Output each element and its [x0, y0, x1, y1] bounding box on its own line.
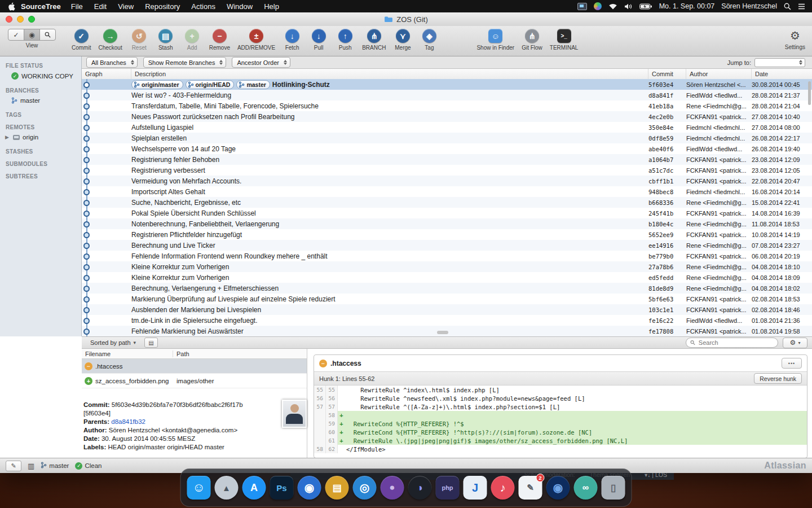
dock-icon-trash[interactable]: ▯ — [602, 476, 625, 500]
menu-user[interactable]: Sören Hentzschel — [721, 2, 777, 10]
apple-icon[interactable] — [8, 2, 15, 11]
toolbar-add-remove-button[interactable]: ± ADD/REMOVE — [237, 29, 275, 51]
disclosure-triangle[interactable]: ▶ — [5, 134, 10, 140]
commit-row[interactable]: Suche, Nachbericht, Ergebnisse, etc b668… — [82, 197, 812, 208]
commit-row[interactable]: origin/masterorigin/HEADmasterHotlinking… — [82, 79, 812, 90]
sidebar-item-origin[interactable]: ▶origin — [0, 132, 81, 142]
toolbar-fetch-button[interactable]: ↓ Fetch — [283, 29, 302, 51]
toolbar-merge-button[interactable]: ⋎ Merge — [393, 29, 412, 51]
toolbar-tag-button[interactable]: ◈ Tag — [420, 29, 439, 51]
commit-row[interactable]: Pokal Spiele Übersicht Runden Schlüssel … — [82, 208, 812, 218]
column-header-author[interactable]: Author — [686, 69, 752, 79]
search-input[interactable] — [698, 339, 774, 347]
commit-row[interactable]: Registrierung verbessert a51c7dc FCKFAN9… — [82, 165, 812, 176]
dock-icon-purple-app[interactable]: ● — [381, 476, 404, 500]
diff-menu-button[interactable]: ••• — [782, 358, 802, 369]
menu-app-name[interactable]: SourceTree — [21, 2, 61, 11]
column-header-commit[interactable]: Commit — [648, 69, 686, 79]
menu-clock[interactable]: Mo. 1. Sep. 00:07 — [659, 2, 715, 10]
zoom-button[interactable] — [28, 16, 35, 23]
volume-icon[interactable] — [624, 3, 633, 10]
commit-row[interactable]: Vermeidung von Mehrfach Accounts. cbff1b… — [82, 176, 812, 186]
menu-window[interactable]: Window — [221, 2, 258, 11]
commit-row[interactable]: Registrieren Pflichtfelder hinzugefügt 5… — [82, 229, 812, 240]
commit-row[interactable]: Notenberechnung, Fanbeliebtheit, Verlaen… — [82, 218, 812, 229]
menu-file[interactable]: File — [65, 2, 89, 11]
commit-row[interactable]: Aufstellung Ligaspiel 350e84e Fiedmchl <… — [82, 122, 812, 133]
list-view-button[interactable]: ▤ — [144, 338, 158, 348]
commit-row[interactable]: Ausblenden der Markierung bei Livespiele… — [82, 304, 812, 315]
horizontal-scrollbar[interactable] — [437, 331, 448, 334]
toolbar-add-button[interactable]: + Add — [183, 29, 202, 51]
ancestor-order-dropdown[interactable]: Ancestor Order — [232, 57, 290, 68]
file-row-sz-access-forbidden-png[interactable]: +sz_access_forbidden.png images/other — [82, 374, 307, 388]
commit-row[interactable]: Transferdatum, Tabelle, Mini Tabelle, Fo… — [82, 100, 812, 111]
photos-menu-icon[interactable] — [594, 2, 602, 10]
commit-row[interactable]: Spielplan erstellen 0df8e59 Fiedmchl <fi… — [82, 133, 812, 143]
dock-icon-browser[interactable]: ◉ — [298, 476, 321, 500]
toolbar-git-flow-button[interactable]: ⋔ Git Flow — [522, 29, 542, 51]
dock-icon-eclipse[interactable]: ◑ — [408, 476, 432, 500]
edit-mode-button[interactable]: ✎ — [6, 461, 21, 471]
dock-icon-launchpad[interactable]: ▲ — [215, 476, 239, 500]
column-header-graph[interactable]: Graph — [82, 69, 131, 79]
ref-badge-origin-head[interactable]: origin/HEAD — [186, 80, 235, 89]
dock-icon-updates[interactable]: ✎2 — [519, 476, 542, 500]
branches-filter-dropdown[interactable]: All Branches — [86, 57, 138, 68]
battery-icon[interactable] — [639, 3, 652, 10]
ref-badge-master[interactable]: master — [236, 80, 270, 89]
toolbar-remove-button[interactable]: − Remove — [209, 29, 230, 51]
spotlight-icon[interactable] — [784, 3, 791, 10]
menu-help[interactable]: Help — [258, 2, 285, 11]
dock-icon-orbs[interactable]: ∞ — [574, 476, 598, 500]
commit-row[interactable]: Wechselsperre von 14 auf 20 Tage abe40f6… — [82, 143, 812, 154]
dock-icon-finder[interactable]: ☺ — [187, 476, 211, 500]
commit-row[interactable]: Registrierung fehler Behoben a1064b7 FCK… — [82, 154, 812, 165]
sidebar-item-working-copy[interactable]: ✓WORKING COPY — [0, 71, 81, 81]
commit-row[interactable]: Neues Passwort zurücksetzen nach Profil … — [82, 111, 812, 122]
settings-button[interactable]: ⚙ Settings — [785, 29, 805, 50]
notification-center-icon[interactable] — [798, 3, 805, 10]
menu-view[interactable]: View — [112, 2, 139, 11]
dock-icon-planet[interactable]: ◉ — [546, 476, 570, 500]
file-row-htaccess[interactable]: •••.htaccess — [82, 359, 307, 374]
toolbar-show-in-finder-button[interactable]: ☺ Show in Finder — [476, 29, 514, 51]
toolbar-stash-button[interactable]: ▤ Stash — [156, 29, 175, 51]
dock-icon-photoshop[interactable]: Ps — [270, 476, 294, 500]
view-log-segment[interactable]: ✓ — [8, 29, 24, 40]
minimize-button[interactable] — [17, 16, 24, 23]
dock-icon-globe[interactable]: ◎ — [353, 476, 377, 500]
view-commit-segment[interactable]: ◉ — [24, 29, 40, 40]
reverse-hunk-button[interactable]: Reverse hunk — [754, 373, 802, 384]
title-bar[interactable]: ZOS (Git) — [0, 12, 812, 27]
commit-row[interactable]: Wer ist wo? - 403-Fehlermeldung d8a841f … — [82, 90, 812, 100]
dock-icon-music[interactable]: ♪ — [491, 476, 515, 500]
toolbar-push-button[interactable]: ↑ Push — [336, 29, 355, 51]
jump-to-combobox[interactable] — [754, 58, 805, 67]
path-column-header[interactable]: Path — [173, 351, 189, 357]
menu-actions[interactable]: Actions — [186, 2, 221, 11]
sidebar-item-master[interactable]: master — [0, 95, 81, 106]
toolbar-branch-button[interactable]: ⋔ BRANCH — [362, 29, 386, 51]
file-options-button[interactable]: ⚙▾ — [783, 338, 807, 348]
dock-icon-database[interactable]: ▤ — [325, 476, 349, 500]
commit-row[interactable]: Berechnung, Verlaengerung + Elfmeterschi… — [82, 283, 812, 294]
parent-link[interactable]: d8a841fb32 — [111, 418, 145, 425]
filename-column-header[interactable]: Filename — [82, 351, 173, 357]
commit-row[interactable]: Markierung Überprüfung auf Livespiele au… — [82, 294, 812, 304]
wifi-icon[interactable] — [608, 3, 617, 10]
toolbar-commit-button[interactable]: ✓ Commit — [72, 29, 91, 51]
commit-row[interactable]: Fehlende Information Frontend wenn Round… — [82, 251, 812, 261]
commit-row[interactable]: Kleine Korrektur zum Vorherigen 27a78b6 … — [82, 261, 812, 272]
close-button[interactable] — [6, 16, 12, 23]
current-branch-indicator[interactable]: master — [41, 462, 69, 470]
dock-icon-php[interactable]: php — [436, 476, 460, 500]
sort-dropdown[interactable]: Sorted by path▾ — [86, 338, 140, 348]
vertical-scrollbar[interactable] — [808, 81, 811, 105]
toolbar-pull-button[interactable]: ↓ Pull — [309, 29, 328, 51]
search-box[interactable] — [686, 338, 778, 348]
menu-edit[interactable]: Edit — [89, 2, 112, 11]
dock-icon-app-store[interactable]: A — [242, 476, 266, 500]
toolbar-terminal-button[interactable]: >_ TERMINAL — [550, 29, 579, 51]
toolbar-checkout-button[interactable]: → Checkout — [98, 29, 122, 51]
